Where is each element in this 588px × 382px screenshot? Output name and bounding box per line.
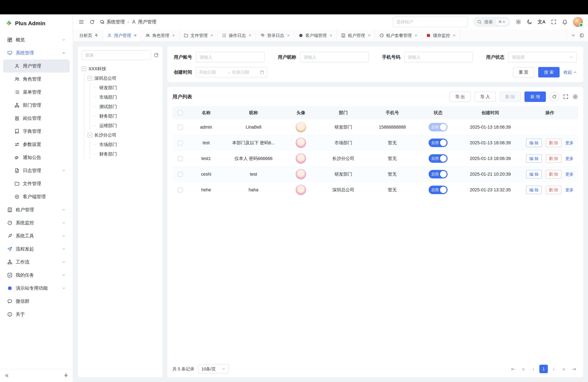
- global-search-button[interactable]: 搜索 ⌘ K: [473, 17, 510, 27]
- edit-button[interactable]: 编 辑: [526, 139, 542, 147]
- edit-button[interactable]: 编 辑: [526, 170, 542, 178]
- tab-login-log[interactable]: 登录日志 ×: [256, 29, 294, 42]
- tab-client-management[interactable]: 客户端管理 ×: [294, 29, 337, 42]
- batch-delete-button[interactable]: 删 除: [500, 91, 521, 102]
- export-button[interactable]: 导 出: [449, 91, 471, 102]
- tree-node-leaf[interactable]: 运维部门: [93, 121, 159, 130]
- tenant-select-input[interactable]: [393, 17, 468, 27]
- settings-gear-button[interactable]: [515, 19, 521, 25]
- refresh-page-button[interactable]: [89, 19, 95, 24]
- row-checkbox[interactable]: [178, 188, 183, 192]
- tree-search-input[interactable]: [82, 50, 151, 60]
- collapse-box-icon[interactable]: −: [87, 133, 92, 137]
- delete-button[interactable]: 删 除: [546, 154, 562, 163]
- tabs-dropdown-button[interactable]: [571, 33, 576, 38]
- sidebar-group-system-monitor[interactable]: 系统监控: [3, 216, 70, 229]
- close-icon[interactable]: ×: [249, 33, 251, 38]
- first-page-button[interactable]: ⇤: [509, 365, 517, 373]
- tab-tenant-package-management[interactable]: 租户套餐管理 ×: [375, 29, 422, 42]
- sidebar-item-menu-management[interactable]: 菜单管理: [3, 85, 70, 99]
- sidebar-item-wechat-group[interactable]: 微信群: [3, 295, 70, 308]
- sidebar-item-role-management[interactable]: 角色管理: [3, 73, 70, 85]
- more-button[interactable]: 更多: [565, 172, 573, 176]
- tree-node-leaf[interactable]: 财务部门: [93, 149, 159, 159]
- nickname-input[interactable]: [300, 52, 369, 63]
- phone-input[interactable]: [404, 52, 473, 63]
- sidebar-item-dict-management[interactable]: 字典管理: [3, 125, 70, 138]
- close-icon[interactable]: ×: [330, 33, 332, 38]
- sidebar-pin-button[interactable]: [64, 373, 68, 378]
- sidebar-group-workflow[interactable]: 工作流: [3, 255, 70, 269]
- add-button[interactable]: 新 增: [525, 91, 546, 102]
- tree-node-root[interactable]: − XXX科技: [82, 64, 159, 74]
- sidebar-item-department-management[interactable]: 部门管理: [3, 99, 70, 112]
- collapse-box-icon[interactable]: −: [87, 76, 92, 81]
- tab-cache-monitor[interactable]: 缓存监控 ×: [422, 29, 460, 42]
- layout-toggle-button[interactable]: [580, 33, 584, 38]
- current-page-button[interactable]: 1: [539, 365, 548, 373]
- sidebar-item-overview[interactable]: 概览: [3, 33, 70, 46]
- tree-node-branch[interactable]: − 长沙分公司: [87, 130, 159, 140]
- delete-button[interactable]: 删 除: [546, 139, 562, 147]
- language-switch-button[interactable]: 文A: [538, 19, 546, 25]
- next-page-button[interactable]: ›: [549, 365, 558, 373]
- table-refresh-button[interactable]: [549, 92, 559, 102]
- tab-tenant-management[interactable]: 租户管理 ×: [337, 29, 375, 42]
- collapse-sidebar-button[interactable]: [5, 373, 9, 378]
- tab-role-management[interactable]: 角色管理 ×: [141, 29, 179, 42]
- more-button[interactable]: 更多: [565, 141, 573, 145]
- row-checkbox[interactable]: [178, 172, 183, 177]
- start-date-input[interactable]: [199, 70, 225, 75]
- user-status-select[interactable]: 请选择: [508, 52, 577, 63]
- sidebar-group-process-start[interactable]: 流程发起: [3, 242, 70, 255]
- delete-button[interactable]: 删 除: [546, 170, 562, 178]
- created-date-range[interactable]: →: [196, 67, 267, 77]
- collapse-filters-link[interactable]: 收起: [564, 69, 577, 75]
- sidebar-group-system-management[interactable]: 系统管理: [3, 46, 70, 60]
- row-checkbox[interactable]: [178, 125, 183, 130]
- column-settings-button[interactable]: [572, 94, 578, 100]
- sidebar-group-tenant-management[interactable]: 租户管理: [3, 203, 70, 216]
- status-toggle[interactable]: 启用: [429, 154, 447, 163]
- close-icon[interactable]: ×: [287, 33, 290, 38]
- row-checkbox[interactable]: [178, 141, 183, 146]
- delete-button[interactable]: 删 除: [546, 186, 562, 194]
- tab-file-management[interactable]: 文件管理 ×: [180, 29, 218, 42]
- fast-back-button[interactable]: «: [519, 365, 527, 373]
- breadcrumb-item[interactable]: 系统管理: [100, 19, 125, 25]
- status-toggle[interactable]: 启用: [429, 170, 447, 178]
- sidebar-item-user-management[interactable]: 用户管理: [3, 60, 70, 73]
- close-icon[interactable]: ×: [134, 33, 137, 38]
- tree-node-leaf[interactable]: 财务部门: [93, 111, 159, 121]
- sidebar-item-post-management[interactable]: 岗位管理: [3, 112, 70, 125]
- tree-node-leaf[interactable]: 研发部门: [93, 83, 159, 92]
- close-icon[interactable]: ×: [368, 33, 370, 38]
- status-toggle[interactable]: 启用: [429, 139, 447, 147]
- table-fullscreen-button[interactable]: [563, 94, 569, 100]
- dark-mode-toggle[interactable]: [526, 19, 532, 25]
- more-button[interactable]: 更多: [565, 188, 573, 192]
- reset-button[interactable]: 重 置: [513, 67, 534, 77]
- tab-analysis[interactable]: 分析页: [75, 29, 103, 42]
- breadcrumb-item[interactable]: 用户管理: [131, 19, 156, 25]
- sidebar-group-log-management[interactable]: 日志管理: [3, 164, 70, 177]
- row-checkbox[interactable]: [178, 156, 183, 161]
- sidebar-item-about[interactable]: 关于: [3, 308, 70, 321]
- close-icon[interactable]: ×: [210, 33, 213, 38]
- sidebar-group-demo-features[interactable]: 演示站专用功能: [3, 282, 70, 295]
- sidebar-group-system-tools[interactable]: 系统工具: [3, 229, 70, 242]
- close-icon[interactable]: ×: [415, 33, 417, 38]
- edit-button[interactable]: 编 辑: [526, 186, 542, 194]
- sidebar-item-notice[interactable]: 通知公告: [3, 151, 70, 164]
- search-button[interactable]: 搜 索: [538, 67, 560, 77]
- import-button[interactable]: 导 入: [474, 91, 496, 102]
- sidebar-item-client-management[interactable]: 客户端管理: [3, 190, 70, 203]
- end-date-input[interactable]: [232, 70, 258, 75]
- page-size-select[interactable]: 10条/页: [198, 364, 229, 374]
- edit-button[interactable]: 编 辑: [526, 154, 542, 163]
- account-input[interactable]: [196, 52, 265, 63]
- tree-node-leaf[interactable]: 测试部门: [93, 102, 159, 111]
- status-toggle[interactable]: 启用: [429, 123, 447, 131]
- sidebar-item-file-management[interactable]: 文件管理: [3, 177, 70, 190]
- pin-icon[interactable]: [94, 34, 98, 37]
